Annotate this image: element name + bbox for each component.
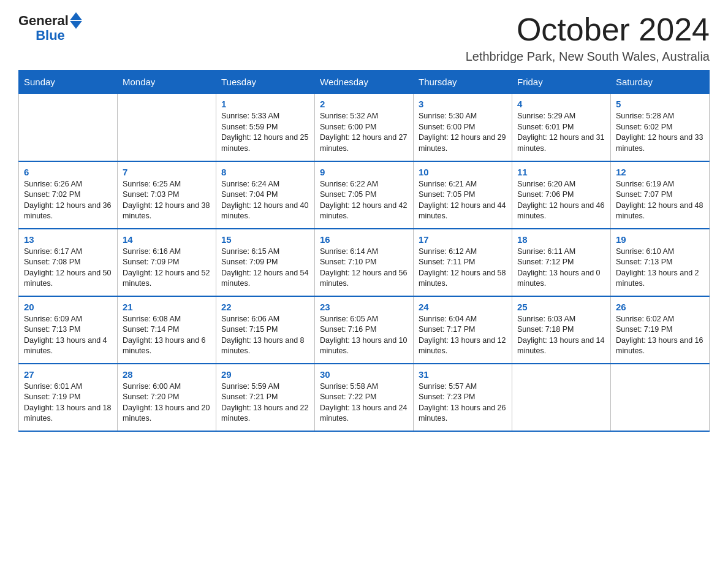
day-number: 21 (123, 302, 211, 312)
day-number: 26 (616, 302, 704, 312)
day-number: 9 (320, 167, 408, 177)
calendar-header-friday: Friday (512, 71, 611, 94)
day-info: Sunrise: 6:05 AMSunset: 7:16 PMDaylight:… (320, 314, 408, 357)
calendar-cell: 3Sunrise: 5:30 AMSunset: 6:00 PMDaylight… (414, 94, 512, 161)
calendar-table: SundayMondayTuesdayWednesdayThursdayFrid… (18, 70, 710, 432)
calendar-cell: 30Sunrise: 5:58 AMSunset: 7:22 PMDayligh… (315, 364, 414, 431)
day-number: 12 (616, 167, 704, 177)
day-number: 10 (419, 167, 507, 177)
calendar-cell: 21Sunrise: 6:08 AMSunset: 7:14 PMDayligh… (118, 296, 216, 364)
calendar-cell: 13Sunrise: 6:17 AMSunset: 7:08 PMDayligh… (19, 229, 118, 296)
day-number: 18 (517, 234, 605, 245)
day-info: Sunrise: 6:02 AMSunset: 7:19 PMDaylight:… (616, 314, 704, 357)
day-info: Sunrise: 5:33 AMSunset: 5:59 PMDaylight:… (221, 111, 309, 154)
calendar-cell: 7Sunrise: 6:25 AMSunset: 7:03 PMDaylight… (118, 161, 216, 229)
calendar-cell: 18Sunrise: 6:11 AMSunset: 7:12 PMDayligh… (512, 229, 611, 296)
calendar-header-wednesday: Wednesday (315, 71, 414, 94)
day-number: 1 (221, 99, 309, 109)
day-number: 8 (221, 167, 309, 177)
calendar-cell (118, 94, 216, 161)
location-title: Lethbridge Park, New South Wales, Austra… (466, 50, 710, 64)
day-info: Sunrise: 5:28 AMSunset: 6:02 PMDaylight:… (616, 111, 704, 154)
day-info: Sunrise: 6:00 AMSunset: 7:20 PMDaylight:… (123, 381, 211, 424)
calendar-cell: 6Sunrise: 6:26 AMSunset: 7:02 PMDaylight… (19, 161, 118, 229)
day-info: Sunrise: 5:57 AMSunset: 7:23 PMDaylight:… (419, 381, 507, 424)
month-title: October 2024 (466, 12, 710, 47)
calendar-week-row: 20Sunrise: 6:09 AMSunset: 7:13 PMDayligh… (19, 296, 710, 364)
day-info: Sunrise: 6:17 AMSunset: 7:08 PMDaylight:… (24, 247, 112, 289)
calendar-cell: 24Sunrise: 6:04 AMSunset: 7:17 PMDayligh… (414, 296, 512, 364)
title-area: October 2024 Lethbridge Park, New South … (466, 12, 710, 64)
calendar-cell: 5Sunrise: 5:28 AMSunset: 6:02 PMDaylight… (611, 94, 710, 161)
calendar-cell: 15Sunrise: 6:15 AMSunset: 7:09 PMDayligh… (216, 229, 315, 296)
calendar-cell: 12Sunrise: 6:19 AMSunset: 7:07 PMDayligh… (611, 161, 710, 229)
calendar-header-saturday: Saturday (611, 71, 710, 94)
day-number: 3 (419, 99, 507, 109)
header: General Blue October 2024 Lethbridge Par… (18, 12, 710, 64)
calendar-week-row: 6Sunrise: 6:26 AMSunset: 7:02 PMDaylight… (19, 161, 710, 229)
day-number: 22 (221, 302, 309, 312)
day-info: Sunrise: 6:01 AMSunset: 7:19 PMDaylight:… (24, 381, 112, 424)
logo-general-text: General (18, 13, 69, 29)
day-info: Sunrise: 5:59 AMSunset: 7:21 PMDaylight:… (221, 381, 309, 424)
day-info: Sunrise: 6:12 AMSunset: 7:11 PMDaylight:… (419, 247, 507, 289)
calendar-cell: 25Sunrise: 6:03 AMSunset: 7:18 PMDayligh… (512, 296, 611, 364)
calendar-header-tuesday: Tuesday (216, 71, 315, 94)
logo: General Blue (18, 12, 82, 44)
day-info: Sunrise: 6:26 AMSunset: 7:02 PMDaylight:… (24, 179, 112, 222)
calendar-cell: 2Sunrise: 5:32 AMSunset: 6:00 PMDaylight… (315, 94, 414, 161)
day-info: Sunrise: 6:04 AMSunset: 7:17 PMDaylight:… (419, 314, 507, 357)
calendar-cell: 9Sunrise: 6:22 AMSunset: 7:05 PMDaylight… (315, 161, 414, 229)
day-info: Sunrise: 6:25 AMSunset: 7:03 PMDaylight:… (123, 179, 211, 222)
calendar-cell: 28Sunrise: 6:00 AMSunset: 7:20 PMDayligh… (118, 364, 216, 431)
day-number: 13 (24, 234, 112, 245)
calendar-cell: 29Sunrise: 5:59 AMSunset: 7:21 PMDayligh… (216, 364, 315, 431)
day-info: Sunrise: 6:10 AMSunset: 7:13 PMDaylight:… (616, 247, 704, 289)
day-number: 15 (221, 234, 309, 245)
day-info: Sunrise: 6:21 AMSunset: 7:05 PMDaylight:… (419, 179, 507, 222)
calendar-cell: 11Sunrise: 6:20 AMSunset: 7:06 PMDayligh… (512, 161, 611, 229)
day-number: 24 (419, 302, 507, 312)
day-info: Sunrise: 6:19 AMSunset: 7:07 PMDaylight:… (616, 179, 704, 222)
calendar-cell: 16Sunrise: 6:14 AMSunset: 7:10 PMDayligh… (315, 229, 414, 296)
calendar-cell: 27Sunrise: 6:01 AMSunset: 7:19 PMDayligh… (19, 364, 118, 431)
day-number: 25 (517, 302, 605, 312)
day-info: Sunrise: 6:09 AMSunset: 7:13 PMDaylight:… (24, 314, 112, 357)
day-info: Sunrise: 6:22 AMSunset: 7:05 PMDaylight:… (320, 179, 408, 222)
calendar-cell: 17Sunrise: 6:12 AMSunset: 7:11 PMDayligh… (414, 229, 512, 296)
day-number: 4 (517, 99, 605, 109)
day-number: 27 (24, 369, 112, 380)
calendar-cell: 26Sunrise: 6:02 AMSunset: 7:19 PMDayligh… (611, 296, 710, 364)
day-number: 31 (419, 369, 507, 380)
calendar-cell: 4Sunrise: 5:29 AMSunset: 6:01 PMDaylight… (512, 94, 611, 161)
calendar-week-row: 1Sunrise: 5:33 AMSunset: 5:59 PMDaylight… (19, 94, 710, 161)
day-number: 17 (419, 234, 507, 245)
day-number: 11 (517, 167, 605, 177)
day-number: 7 (123, 167, 211, 177)
calendar-header-monday: Monday (118, 71, 216, 94)
calendar-week-row: 13Sunrise: 6:17 AMSunset: 7:08 PMDayligh… (19, 229, 710, 296)
calendar-header-sunday: Sunday (19, 71, 118, 94)
day-info: Sunrise: 5:30 AMSunset: 6:00 PMDaylight:… (419, 111, 507, 154)
day-number: 28 (123, 369, 211, 380)
day-info: Sunrise: 6:15 AMSunset: 7:09 PMDaylight:… (221, 247, 309, 289)
day-info: Sunrise: 6:24 AMSunset: 7:04 PMDaylight:… (221, 179, 309, 222)
day-number: 20 (24, 302, 112, 312)
day-info: Sunrise: 6:06 AMSunset: 7:15 PMDaylight:… (221, 314, 309, 357)
day-number: 23 (320, 302, 408, 312)
day-info: Sunrise: 6:16 AMSunset: 7:09 PMDaylight:… (123, 247, 211, 289)
logo-blue-text: Blue (36, 28, 65, 43)
day-number: 16 (320, 234, 408, 245)
calendar-cell: 23Sunrise: 6:05 AMSunset: 7:16 PMDayligh… (315, 296, 414, 364)
day-info: Sunrise: 5:29 AMSunset: 6:01 PMDaylight:… (517, 111, 605, 154)
day-number: 14 (123, 234, 211, 245)
day-info: Sunrise: 6:08 AMSunset: 7:14 PMDaylight:… (123, 314, 211, 357)
calendar-week-row: 27Sunrise: 6:01 AMSunset: 7:19 PMDayligh… (19, 364, 710, 431)
calendar-header-row: SundayMondayTuesdayWednesdayThursdayFrid… (19, 71, 710, 94)
calendar-cell: 14Sunrise: 6:16 AMSunset: 7:09 PMDayligh… (118, 229, 216, 296)
day-info: Sunrise: 5:32 AMSunset: 6:00 PMDaylight:… (320, 111, 408, 154)
day-number: 5 (616, 99, 704, 109)
calendar-cell: 20Sunrise: 6:09 AMSunset: 7:13 PMDayligh… (19, 296, 118, 364)
calendar-cell (19, 94, 118, 161)
day-number: 30 (320, 369, 408, 380)
